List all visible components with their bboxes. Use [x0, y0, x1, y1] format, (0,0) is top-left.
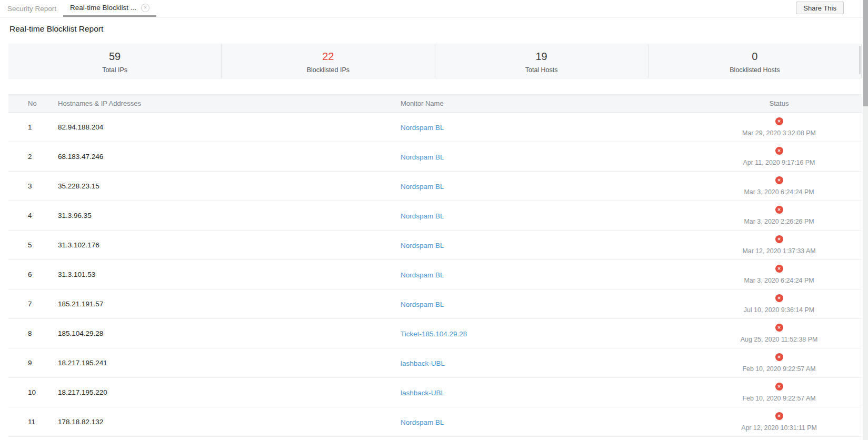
table-row: 182.94.188.204Nordspam BL✕Mar 29, 2020 3…	[8, 113, 862, 142]
monitor-link[interactable]: Nordspam BL	[401, 301, 444, 308]
stat-label: Blocklisted IPs	[222, 66, 434, 74]
row-number: 2	[8, 153, 58, 161]
monitor-link[interactable]: Nordspam BL	[401, 418, 444, 426]
host-ip: 35.228.23.15	[58, 182, 401, 190]
stats-inner-scrollbar-thumb	[859, 46, 861, 74]
status-indicator: ✕Mar 3, 2020 6:24:24 PM	[696, 176, 862, 196]
monitor-cell: Nordspam BL	[401, 417, 696, 427]
tab-security-report-label: Security Report	[7, 5, 56, 13]
status-timestamp: Feb 10, 2020 9:22:57 AM	[742, 365, 815, 373]
monitor-link[interactable]: Nordspam BL	[401, 212, 444, 220]
row-number: 3	[8, 182, 58, 190]
table-row: 7185.21.191.57Nordspam BL✕Jul 10, 2020 9…	[8, 289, 862, 319]
table-row: 531.3.102.176Nordspam BL✕Mar 12, 2020 1:…	[8, 231, 862, 260]
share-this-button[interactable]: Share This	[796, 2, 844, 14]
status-timestamp: Apr 11, 2020 9:17:16 PM	[743, 159, 815, 166]
monitor-link[interactable]: Nordspam BL	[401, 124, 444, 132]
status-indicator: ✕Mar 12, 2020 1:37:33 AM	[696, 235, 862, 255]
blocklist-table: No Hostnames & IP Addresses Monitor Name…	[8, 94, 862, 437]
monitor-link[interactable]: lashback-UBL	[401, 389, 445, 397]
tab-realtime-blocklist[interactable]: Real-time Blocklist ... ✕	[63, 0, 156, 17]
monitor-link[interactable]: Nordspam BL	[401, 183, 444, 191]
status-down-icon: ✕	[775, 412, 783, 420]
status-indicator: ✕Aug 25, 2020 11:52:38 PM	[696, 324, 862, 343]
status-down-icon: ✕	[775, 324, 783, 332]
close-tab-icon[interactable]: ✕	[141, 4, 149, 12]
table-header-row: No Hostnames & IP Addresses Monitor Name…	[8, 94, 862, 113]
status-down-icon: ✕	[775, 147, 783, 155]
header-monitor: Monitor Name	[401, 99, 696, 107]
status-timestamp: Mar 3, 2020 6:24:24 PM	[744, 277, 814, 284]
monitor-cell: Ticket-185.104.29.28	[401, 329, 696, 338]
stat-cell-blocklisted-ips: 22Blocklisted IPs	[222, 44, 435, 78]
tab-realtime-blocklist-label: Real-time Blocklist ...	[70, 4, 136, 12]
status-down-icon: ✕	[775, 294, 783, 302]
row-number: 7	[8, 300, 58, 308]
stat-value: 59	[8, 51, 221, 62]
page-title: Real-time Blocklist Report	[9, 24, 103, 34]
vertical-scrollbar[interactable]	[863, 0, 868, 440]
status-cell: ✕Mar 29, 2020 3:32:08 PM	[696, 117, 862, 137]
monitor-link[interactable]: Nordspam BL	[401, 242, 444, 249]
status-down-icon: ✕	[775, 206, 783, 214]
monitor-cell: Nordspam BL	[401, 241, 696, 250]
monitor-link[interactable]: Nordspam BL	[401, 153, 444, 161]
stat-value: 22	[222, 51, 434, 62]
status-indicator: ✕Apr 12, 2020 10:31:11 PM	[696, 412, 862, 432]
header-host: Hostnames & IP Addresses	[58, 99, 401, 107]
row-number: 6	[8, 271, 58, 278]
status-indicator: ✕Feb 10, 2020 9:22:57 AM	[696, 383, 862, 402]
table-row: 1018.217.195.220lashback-UBL✕Feb 10, 202…	[8, 378, 862, 407]
status-timestamp: Jul 10, 2020 9:36:14 PM	[744, 306, 814, 314]
status-down-icon: ✕	[775, 176, 783, 184]
status-cell: ✕Jul 10, 2020 9:36:14 PM	[696, 294, 862, 314]
scrollbar-thumb[interactable]	[863, 0, 868, 106]
header-status: Status	[696, 99, 862, 107]
status-timestamp: Mar 29, 2020 3:32:08 PM	[742, 129, 816, 137]
stat-cell-total-ips: 59Total IPs	[8, 44, 222, 78]
host-ip: 82.94.188.204	[58, 123, 401, 131]
monitor-link[interactable]: lashback-UBL	[401, 359, 445, 367]
host-ip: 68.183.47.246	[58, 153, 401, 161]
row-number: 9	[8, 359, 58, 367]
row-number: 4	[8, 212, 58, 219]
table-row: 631.3.101.53Nordspam BL✕Mar 3, 2020 6:24…	[8, 260, 862, 289]
stat-value: 19	[435, 51, 648, 62]
stat-label: Total IPs	[8, 66, 221, 74]
status-cell: ✕Apr 11, 2020 9:17:16 PM	[696, 147, 862, 166]
status-cell: ✕Mar 12, 2020 1:37:33 AM	[696, 235, 862, 255]
tab-security-report[interactable]: Security Report	[7, 0, 63, 17]
host-ip: 18.217.195.241	[58, 359, 401, 367]
monitor-link[interactable]: Ticket-185.104.29.28	[401, 330, 467, 338]
table-body: 182.94.188.204Nordspam BL✕Mar 29, 2020 3…	[8, 113, 862, 437]
status-timestamp: Apr 12, 2020 10:31:11 PM	[741, 424, 817, 432]
stat-cell-total-hosts: 19Total Hosts	[435, 44, 648, 78]
host-ip: 18.217.195.220	[58, 388, 401, 396]
status-cell: ✕Feb 10, 2020 9:22:57 AM	[696, 383, 862, 402]
stat-label: Total Hosts	[435, 66, 648, 74]
tab-bar: Security Report Real-time Blocklist ... …	[0, 0, 863, 17]
host-ip: 185.104.29.28	[58, 329, 401, 337]
status-indicator: ✕Jul 10, 2020 9:36:14 PM	[696, 294, 862, 314]
status-cell: ✕Mar 3, 2020 6:24:24 PM	[696, 265, 862, 284]
host-ip: 31.3.101.53	[58, 271, 401, 278]
header-no: No	[8, 99, 58, 107]
monitor-cell: Nordspam BL	[401, 152, 696, 162]
host-ip: 31.3.102.176	[58, 241, 401, 249]
status-cell: ✕Apr 12, 2020 10:31:11 PM	[696, 412, 862, 432]
monitor-link[interactable]: Nordspam BL	[401, 271, 444, 279]
status-down-icon: ✕	[775, 117, 783, 125]
row-number: 10	[8, 388, 58, 396]
app-window: Security Report Real-time Blocklist ... …	[0, 0, 868, 440]
status-down-icon: ✕	[775, 265, 783, 273]
status-indicator: ✕Feb 10, 2020 9:22:57 AM	[696, 353, 862, 373]
status-timestamp: Aug 25, 2020 11:52:38 PM	[741, 336, 818, 343]
summary-stats-bar: 59Total IPs22Blocklisted IPs19Total Host…	[8, 44, 862, 78]
table-row: 335.228.23.15Nordspam BL✕Mar 3, 2020 6:2…	[8, 172, 862, 201]
monitor-cell: Nordspam BL	[401, 211, 696, 221]
status-timestamp: Mar 3, 2020 6:24:24 PM	[744, 188, 814, 196]
table-row: 268.183.47.246Nordspam BL✕Apr 11, 2020 9…	[8, 142, 862, 172]
status-indicator: ✕Mar 3, 2020 2:26:26 PM	[696, 206, 862, 225]
stat-label: Blocklisted Hosts	[648, 66, 861, 74]
status-indicator: ✕Mar 3, 2020 6:24:24 PM	[696, 265, 862, 284]
